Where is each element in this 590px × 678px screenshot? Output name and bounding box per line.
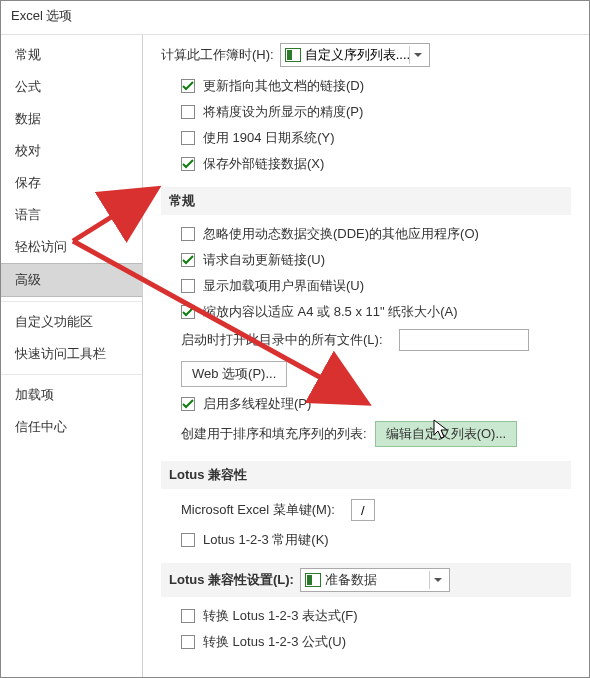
lotus-settings-dropdown-value: 准备数据 [325, 571, 377, 589]
opt-save-ext[interactable]: 保存外部链接数据(X) [181, 155, 571, 173]
sidebar-item-save[interactable]: 保存 [1, 167, 142, 199]
opt-label: 使用 1904 日期系统(Y) [203, 129, 334, 147]
sidebar-item-addins[interactable]: 加载项 [1, 379, 142, 411]
sidebar-item-data[interactable]: 数据 [1, 103, 142, 135]
opt-lotus-formula[interactable]: 转换 Lotus 1-2-3 公式(U) [181, 633, 571, 651]
chevron-down-icon [409, 46, 427, 64]
checkbox-icon [181, 79, 195, 93]
opt-update-links[interactable]: 更新指向其他文档的链接(D) [181, 77, 571, 95]
sidebar-item-general[interactable]: 常规 [1, 39, 142, 71]
lotus-settings-dropdown[interactable]: 准备数据 [300, 568, 450, 592]
opt-label: 显示加载项用户界面错误(U) [203, 277, 364, 295]
calc-workbook-dropdown[interactable]: 自定义序列列表.... [280, 43, 430, 67]
sidebar-item-proofing[interactable]: 校对 [1, 135, 142, 167]
checkbox-icon [181, 305, 195, 319]
checkbox-icon [181, 105, 195, 119]
opt-lotus-expr[interactable]: 转换 Lotus 1-2-3 表达式(F) [181, 607, 571, 625]
checkbox-icon [181, 253, 195, 267]
section-lotus-settings-title: Lotus 兼容性设置(L): [169, 571, 294, 589]
window-title: Excel 选项 [1, 1, 589, 35]
section-general: 常规 [161, 187, 571, 215]
checkbox-icon [181, 157, 195, 171]
opt-label: 缩放内容以适应 A4 或 8.5 x 11" 纸张大小(A) [203, 303, 458, 321]
sidebar: 常规 公式 数据 校对 保存 语言 轻松访问 高级 自定义功能区 快速访问工具栏… [1, 35, 143, 677]
calc-workbook-dropdown-value: 自定义序列列表.... [305, 46, 410, 64]
sidebar-separator [1, 301, 142, 302]
sidebar-item-ease[interactable]: 轻松访问 [1, 231, 142, 263]
opt-auto-update-links[interactable]: 请求自动更新链接(U) [181, 251, 571, 269]
checkbox-icon [181, 397, 195, 411]
opt-label: 更新指向其他文档的链接(D) [203, 77, 364, 95]
checkbox-icon [181, 533, 195, 547]
opt-multithread[interactable]: 启用多线程处理(P) [181, 395, 571, 413]
cursor-icon [433, 419, 451, 441]
sidebar-item-formulas[interactable]: 公式 [1, 71, 142, 103]
content-panel: 计算此工作簿时(H): 自定义序列列表.... 更新指向其他文档的链接(D) 将… [143, 35, 589, 677]
sidebar-item-language[interactable]: 语言 [1, 199, 142, 231]
opt-label: 忽略使用动态数据交换(DDE)的其他应用程序(O) [203, 225, 479, 243]
section-lotus: Lotus 兼容性 [161, 461, 571, 489]
opt-addin-errors[interactable]: 显示加载项用户界面错误(U) [181, 277, 571, 295]
sidebar-item-advanced[interactable]: 高级 [1, 263, 142, 297]
opt-precision[interactable]: 将精度设为所显示的精度(P) [181, 103, 571, 121]
checkbox-icon [181, 279, 195, 293]
checkbox-icon [181, 131, 195, 145]
custom-list-label: 创建用于排序和填充序列的列表: [181, 425, 367, 443]
sidebar-item-trust-center[interactable]: 信任中心 [1, 411, 142, 443]
excel-icon [285, 48, 301, 62]
sidebar-item-quick-access[interactable]: 快速访问工具栏 [1, 338, 142, 370]
startup-folder-input[interactable] [399, 329, 529, 351]
section-lotus-settings: Lotus 兼容性设置(L): 准备数据 [161, 563, 571, 597]
opt-scale-content[interactable]: 缩放内容以适应 A4 或 8.5 x 11" 纸张大小(A) [181, 303, 571, 321]
opt-label: 将精度设为所显示的精度(P) [203, 103, 363, 121]
sidebar-separator [1, 374, 142, 375]
opt-label: 转换 Lotus 1-2-3 表达式(F) [203, 607, 358, 625]
web-options-button[interactable]: Web 选项(P)... [181, 361, 287, 387]
opt-label: 请求自动更新链接(U) [203, 251, 325, 269]
opt-label: Lotus 1-2-3 常用键(K) [203, 531, 329, 549]
calc-workbook-label: 计算此工作簿时(H): [161, 46, 274, 64]
opt-1904[interactable]: 使用 1904 日期系统(Y) [181, 129, 571, 147]
lotus-menu-key-label: Microsoft Excel 菜单键(M): [181, 501, 335, 519]
chevron-down-icon [429, 571, 447, 589]
opt-lotus-nav[interactable]: Lotus 1-2-3 常用键(K) [181, 531, 571, 549]
opt-label: 启用多线程处理(P) [203, 395, 311, 413]
opt-ignore-dde[interactable]: 忽略使用动态数据交换(DDE)的其他应用程序(O) [181, 225, 571, 243]
excel-icon [305, 573, 321, 587]
checkbox-icon [181, 609, 195, 623]
opt-label: 转换 Lotus 1-2-3 公式(U) [203, 633, 346, 651]
lotus-menu-key-input[interactable] [351, 499, 375, 521]
checkbox-icon [181, 227, 195, 241]
opt-label: 保存外部链接数据(X) [203, 155, 324, 173]
checkbox-icon [181, 635, 195, 649]
sidebar-item-customize-ribbon[interactable]: 自定义功能区 [1, 306, 142, 338]
startup-folder-label: 启动时打开此目录中的所有文件(L): [181, 331, 383, 349]
